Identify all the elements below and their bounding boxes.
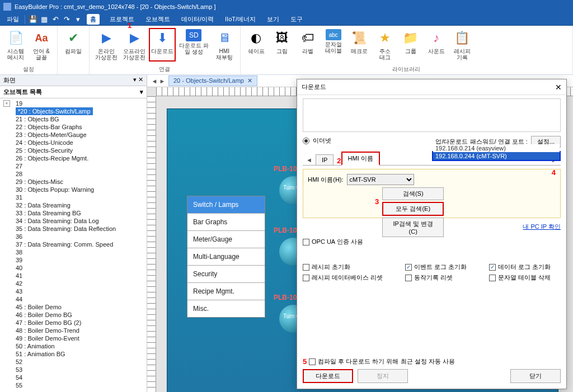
close-button[interactable]: 닫기 bbox=[510, 369, 561, 383]
btn-compile[interactable]: ✔컴파일 bbox=[61, 28, 86, 55]
lamp-item-recipe[interactable]: Recipe Mgmt. bbox=[187, 283, 265, 300]
tree-item[interactable]: 53 bbox=[0, 366, 147, 374]
menu-home[interactable]: 홈 bbox=[87, 14, 100, 25]
btn-string-table[interactable]: abc문자열 테이블 bbox=[321, 28, 346, 62]
tree-item[interactable]: 50 : Animation bbox=[0, 342, 147, 350]
tree-item[interactable]: 30 : Objects Popup: Warning bbox=[0, 186, 147, 193]
close-tab-icon[interactable]: ✕ bbox=[247, 77, 252, 84]
tree-item[interactable]: 28 bbox=[0, 170, 147, 178]
tab-next-icon[interactable]: ► bbox=[158, 78, 166, 84]
btn-download[interactable]: ⬇다운로드 bbox=[149, 28, 176, 62]
tree-item[interactable]: 45 : Boiler Demo bbox=[0, 303, 147, 311]
undo-icon[interactable]: ↶ bbox=[51, 15, 60, 24]
ip-change-button[interactable]: IP검색 및 변경(C) bbox=[382, 218, 444, 237]
tree-item[interactable]: 47 : Boiler Demo BG (2) bbox=[0, 319, 147, 327]
tree-item[interactable]: 29 : Objects-Misc bbox=[0, 178, 147, 186]
tree-item[interactable]: *20 : Objects-Switch/Lamp bbox=[16, 107, 93, 115]
btn-online-sim[interactable]: ▶온라인 가상운전 bbox=[93, 28, 120, 62]
tree-item[interactable]: 25 : Objects-Security bbox=[0, 147, 147, 154]
lamp-item-switch[interactable]: Switch / Lamps bbox=[187, 196, 265, 214]
tab-hmi-name[interactable]: HMI 이름 bbox=[341, 152, 380, 166]
menu-data[interactable]: 데이터/이력 bbox=[176, 14, 219, 25]
tree-item[interactable]: 40 bbox=[0, 264, 147, 272]
chk-auto-compile[interactable] bbox=[309, 358, 316, 365]
menu-tool[interactable]: 도구 bbox=[285, 14, 308, 25]
tree-item[interactable]: 21 : Objects BG bbox=[0, 115, 147, 123]
tree-item[interactable]: 55 bbox=[0, 381, 147, 389]
tree-item[interactable]: 23 : Objects-Meter/Gauge bbox=[0, 131, 147, 139]
chk-data-log[interactable]: ✓ bbox=[489, 264, 496, 271]
tree-item[interactable]: 52 bbox=[0, 358, 147, 366]
tree-item[interactable]: 33 : Data Streaming BG bbox=[0, 209, 147, 217]
btn-picture[interactable]: 🖼그림 bbox=[270, 28, 294, 62]
btn-offline-sim[interactable]: ▶오프라인 가상운전 bbox=[121, 28, 148, 62]
save-icon[interactable]: 💾 bbox=[29, 15, 37, 24]
lamp-item-lang[interactable]: Multi-Language bbox=[187, 248, 265, 266]
tab-ip[interactable]: IP bbox=[316, 154, 334, 165]
tree-item[interactable]: 42 bbox=[0, 280, 147, 287]
object-tree[interactable]: 19+*20 : Objects-Switch/Lamp21 : Objects… bbox=[0, 98, 147, 392]
ip-item-selected[interactable]: 192.168.0.244 (cMT-SVR) bbox=[433, 152, 560, 160]
tree-item[interactable]: 41 bbox=[0, 272, 147, 280]
tree-item[interactable]: 27 bbox=[0, 162, 147, 170]
tree-expand-icon[interactable]: + bbox=[3, 100, 10, 107]
btn-address-tag[interactable]: ★주소 태그 bbox=[373, 28, 397, 62]
redo-icon[interactable]: ↷ bbox=[62, 15, 71, 24]
menu-view[interactable]: 보기 bbox=[261, 14, 285, 25]
tree-item[interactable]: 43 bbox=[0, 287, 147, 295]
lamp-item-bar[interactable]: Bar Graphs bbox=[187, 214, 265, 231]
tree-item[interactable]: 46 : Boiler Demo BG bbox=[0, 311, 147, 319]
lamp-item-security[interactable]: Security bbox=[187, 266, 265, 283]
btn-sound[interactable]: ♪사운드 bbox=[424, 28, 449, 62]
tree-item[interactable]: 39 bbox=[0, 256, 147, 264]
btn-system-msg[interactable]: 📄시스템 메시지 bbox=[3, 28, 28, 62]
tree-item[interactable]: 48 : Boiler Demo-Trend bbox=[0, 327, 147, 334]
dialog-close-icon[interactable]: ✕ bbox=[555, 83, 562, 92]
tree-item[interactable]: 44 bbox=[0, 295, 147, 303]
search-all-button[interactable]: 모두 검색(E) bbox=[382, 202, 444, 216]
download-action-button[interactable]: 다운로드 bbox=[303, 369, 353, 383]
opc-checkbox[interactable] bbox=[303, 239, 309, 245]
panel-pin-icon[interactable]: ▾ ✕ bbox=[133, 76, 143, 84]
menu-file[interactable]: 파일 bbox=[2, 14, 24, 25]
qat-dropdown-icon[interactable]: ▾ bbox=[73, 15, 82, 24]
tree-item[interactable]: 26 : Objects-Recipe Mgmt. bbox=[0, 154, 147, 162]
tab-prev[interactable]: ◄ bbox=[303, 155, 316, 165]
menu-iiot[interactable]: IIoT/에너지 bbox=[219, 14, 261, 25]
btn-recipe-record[interactable]: 📋레시피 기록 bbox=[450, 28, 475, 62]
btn-macro[interactable]: 📜매크로 bbox=[347, 28, 372, 62]
stop-button[interactable]: 정지 bbox=[358, 369, 408, 383]
btn-gen-download-file[interactable]: SD다운로드 파 일 생성 bbox=[177, 28, 211, 62]
hmi-name-select[interactable]: cMT-SVR bbox=[347, 174, 414, 185]
btn-group[interactable]: 📁그룹 bbox=[398, 28, 423, 62]
lamp-item-meter[interactable]: Meter/Gauge bbox=[187, 231, 265, 248]
radio-ethernet[interactable] bbox=[303, 138, 309, 144]
chk-action-log[interactable] bbox=[405, 275, 412, 281]
tree-item[interactable]: 37 : Data Streaming: Comm. Speed bbox=[0, 240, 147, 248]
tree-item[interactable]: 34 : Data Streaming: Data Log bbox=[0, 217, 147, 225]
chk-recipe-db[interactable] bbox=[303, 275, 309, 281]
tree-item[interactable]: 24 : Objects-Unicode bbox=[0, 139, 147, 147]
btn-shape[interactable]: ◐쉐이프 bbox=[244, 28, 269, 62]
qat-icon-2[interactable]: ▦ bbox=[40, 15, 49, 24]
chk-event-log[interactable]: ✓ bbox=[405, 264, 412, 271]
tree-item[interactable]: 54 bbox=[0, 374, 147, 381]
btn-lang-font[interactable]: Aa언어 & 글꼴 bbox=[29, 28, 54, 62]
search-button[interactable]: 검색(S) bbox=[382, 187, 444, 200]
tree-item[interactable]: 51 : Animation BG bbox=[0, 350, 147, 358]
chk-recipe-init[interactable] bbox=[303, 264, 309, 271]
lamp-item-misc[interactable]: Misc. bbox=[187, 300, 265, 317]
tab-prev-icon[interactable]: ◄ bbox=[151, 78, 158, 84]
ip-dropdown[interactable]: 192.168.0.214 (easyview) 192.168.0.244 (… bbox=[432, 151, 561, 161]
tree-item[interactable]: 35 : Data Streaming: Data Reflection bbox=[0, 225, 147, 233]
tree-item[interactable]: 36 bbox=[0, 233, 147, 240]
panel-dropdown-icon[interactable]: ▾ bbox=[140, 88, 143, 96]
tree-item[interactable]: 31 bbox=[0, 193, 147, 201]
menu-project[interactable]: 프로젝트 bbox=[104, 14, 140, 25]
tree-item[interactable]: 32 : Data Streaming bbox=[0, 201, 147, 209]
menu-object[interactable]: 오브젝트 bbox=[140, 14, 176, 25]
btn-label[interactable]: 🏷라벨 bbox=[295, 28, 320, 62]
tree-item[interactable]: 49 : Boiler Demo-Event bbox=[0, 334, 147, 342]
btn-hmi-reboot[interactable]: 🖥HMI 재부팅 bbox=[212, 28, 237, 62]
tree-item[interactable]: 38 bbox=[0, 248, 147, 256]
